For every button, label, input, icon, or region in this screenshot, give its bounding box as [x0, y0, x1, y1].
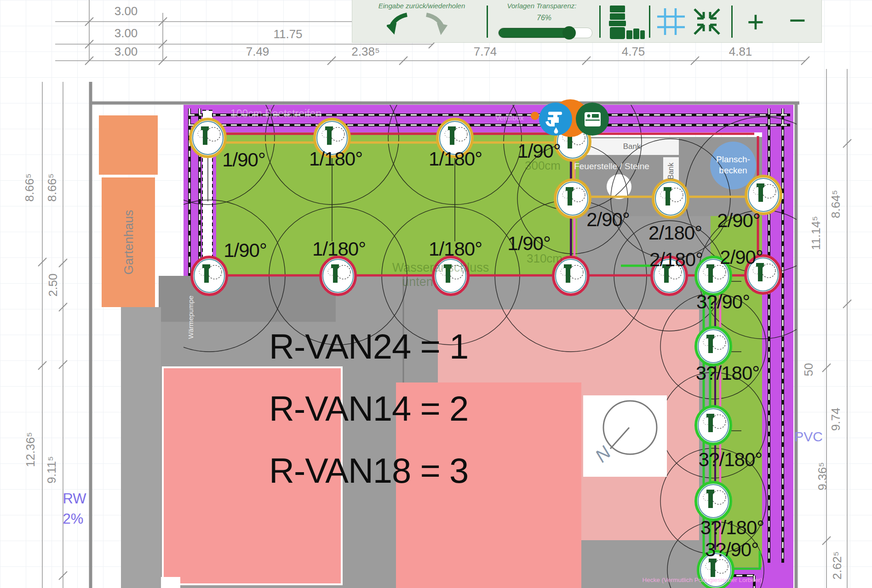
grid-icon[interactable] [657, 8, 685, 35]
zone-label: 1/90° [224, 240, 267, 262]
valve-extra-dot [531, 112, 539, 120]
undo-redo-icons [387, 12, 449, 36]
wasseranschluss-label-1: Wasseranschluss [392, 261, 489, 275]
zone-label: 2/90° [717, 210, 760, 232]
sprinkler-head[interactable] [696, 406, 731, 444]
dimension-label: 12.36⁵ [23, 432, 38, 467]
nozzle-summary-line: R-VAN14 = 2 [269, 388, 468, 428]
bank-label-top: Bank [623, 142, 641, 151]
rw-label-2: 2% [63, 511, 84, 527]
nozzle-summary-line: R-VAN24 = 1 [269, 326, 468, 366]
dimension-label: 2.50 [46, 274, 60, 297]
ventilbox-label: Ventilbox [496, 114, 524, 122]
water-tap-icon [539, 103, 572, 136]
undo-redo-section-label: Eingabe zurück/wiederholen [379, 2, 465, 10]
dimension-label: 7.74 [474, 45, 497, 59]
zone-label: 1/90° [222, 149, 265, 171]
dimension-label: 3.00 [115, 45, 138, 59]
sprinkler-head[interactable] [555, 180, 590, 217]
planschbecken-label-1: Plansch- [716, 154, 750, 165]
sprinkler-head[interactable] [321, 257, 356, 295]
controller-icon [576, 103, 609, 136]
zone-label: 1/180° [312, 238, 366, 260]
pvc-label: PVC [794, 429, 823, 445]
dimension-label: 9.36⁵ [815, 462, 830, 490]
gartenhaus-label: Gartenhaus [122, 210, 136, 274]
waermepumpe-label: Wärmepumpe [187, 296, 195, 339]
zone-label: 1/180° [429, 238, 482, 260]
pipe-elbow-icon[interactable] [608, 6, 645, 40]
beetstreifen-label: 100cm Beetstreifen [230, 108, 321, 120]
zone-label: 3?/180° [699, 449, 762, 471]
dimension-label: 8.66⁵ [45, 173, 59, 201]
zone-label: 1/180° [309, 148, 362, 170]
rw-label-1: RW [63, 491, 86, 507]
dimension-label: 4.75 [622, 45, 645, 59]
toolbar-divider-2 [599, 6, 601, 38]
zone-label: 3?/90° [696, 291, 750, 313]
sprinkler-head[interactable] [696, 482, 731, 520]
sprinkler-head[interactable] [696, 327, 731, 365]
beet-depth-300-label: 300cm [525, 159, 561, 173]
dimension-label: 2.38⁵ [351, 45, 379, 59]
sprinkler-head[interactable] [746, 176, 781, 214]
zone-label: 3?/180° [700, 517, 764, 539]
undo-icon[interactable] [387, 15, 407, 36]
dimension-label: 3.00 [115, 4, 138, 18]
transparency-section-label: Vorlagen Transparenz: [507, 2, 577, 10]
zone-label: 1/180° [429, 148, 482, 170]
dimension-label: 8.66⁵ [23, 173, 37, 201]
hecke-label: Hecke (Vermutlich Portugiesischer Lorbee… [642, 577, 762, 583]
dimension-label: 3.00 [115, 26, 138, 40]
zoom-in-button[interactable]: + [747, 5, 764, 39]
dimension-label: 11.75 [273, 27, 302, 41]
beet-depth-310-label: 310cm [527, 251, 562, 266]
feuerstelle-label: Feuerstelle / Steine [574, 161, 649, 171]
wasseranschluss-label-2: unten [402, 275, 433, 289]
zone-label: 2/90° [586, 209, 630, 231]
sprinkler-head[interactable] [190, 119, 225, 157]
dimension-label: 50 [802, 363, 816, 377]
sprinkler-head[interactable] [653, 180, 688, 217]
toolbar-divider-4 [731, 6, 733, 38]
zoom-out-button[interactable]: − [789, 3, 806, 37]
transparency-slider-fill [499, 28, 569, 38]
zone-label: 3?/180° [696, 362, 759, 384]
bank-label-side: Bank [667, 163, 675, 179]
transparency-value: 76% [537, 14, 551, 22]
toolbar-divider-1 [487, 6, 488, 38]
compass [583, 395, 667, 477]
top-toolbar: Eingabe zurück/wiederholen Vorlagen Tran… [352, 0, 822, 43]
dimension-label: 4.81 [729, 45, 752, 59]
nozzle-summary-line: R-VAN18 = 3 [269, 451, 468, 491]
transparency-slider-knob[interactable] [562, 26, 576, 40]
redo-icon[interactable] [426, 15, 447, 36]
dimension-label: 9.74 [829, 408, 843, 431]
dimension-label: 9.11⁵ [45, 456, 59, 483]
planschbecken-label-2: becken [719, 166, 747, 176]
zone-label: 2/180° [648, 222, 702, 244]
transparency-slider[interactable] [498, 28, 592, 38]
zone-label: 2/90° [720, 246, 763, 268]
dimension-label: 11.14⁵ [809, 216, 823, 250]
sprinkler-head[interactable] [192, 257, 227, 295]
zone-label: 3?/90° [705, 539, 758, 561]
dimension-label: 7.49 [246, 45, 270, 59]
garden-planner-canvas[interactable]: 1/90°1/180°1/180°1/90°1/90°1/180°1/180°1… [0, 0, 872, 588]
collapse-view-icon[interactable] [693, 7, 721, 36]
dimension-label: 8.64⁵ [829, 190, 843, 218]
toolbar-divider-3 [649, 6, 650, 38]
zone-label: 2/180° [649, 249, 703, 271]
dimension-label: 2.62⁵ [830, 551, 844, 579]
